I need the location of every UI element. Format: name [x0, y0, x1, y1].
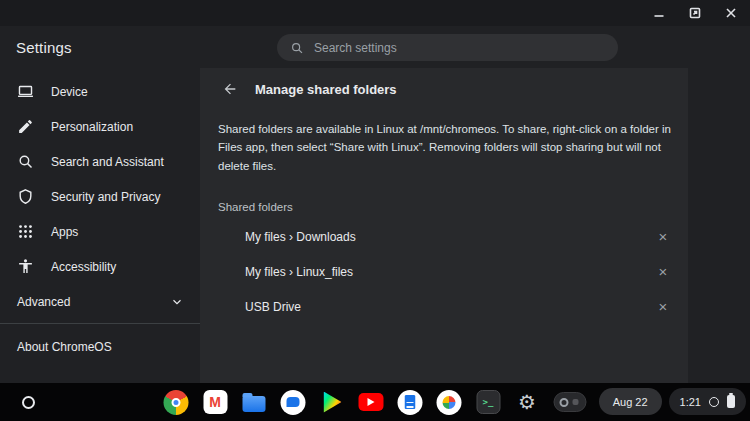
shield-icon	[17, 188, 34, 205]
search-icon	[290, 41, 304, 55]
chrome-app-button[interactable]	[163, 389, 190, 416]
sidebar-item-label: Search and Assistant	[51, 155, 164, 169]
sidebar-item-personalization[interactable]: Personalization	[0, 109, 200, 144]
status-tray[interactable]: 1:21	[669, 388, 746, 415]
youtube-app-button[interactable]	[358, 389, 385, 416]
sidebar-divider	[0, 323, 200, 324]
settings-search[interactable]	[277, 34, 618, 61]
date-pill[interactable]: Aug 22	[599, 388, 662, 415]
apps-grid-icon	[17, 223, 34, 240]
status-area: Aug 22 1:21	[599, 388, 746, 415]
play-store-icon	[323, 392, 342, 413]
restore-button[interactable]	[688, 6, 702, 20]
gmail-icon: M	[203, 390, 227, 414]
photos-app-button[interactable]	[436, 389, 463, 416]
play-store-app-button[interactable]	[319, 389, 346, 416]
chevron-down-icon	[170, 295, 184, 309]
back-button[interactable]	[220, 79, 240, 99]
sidebar-item-apps[interactable]: Apps	[0, 214, 200, 249]
remove-folder-button[interactable]: ×	[652, 261, 674, 283]
settings-gear-icon: ⚙	[518, 392, 536, 412]
terminal-app-button[interactable]: >_	[475, 389, 502, 416]
folder-row-downloads: My files › Downloads ×	[200, 219, 688, 254]
search-icon	[17, 153, 34, 170]
sidebar-item-label: Advanced	[17, 295, 70, 309]
folder-name: My files › Downloads	[245, 230, 356, 244]
folder-name: My files › Linux_files	[245, 265, 353, 279]
sidebar-item-label: Device	[51, 85, 88, 99]
close-icon: ×	[659, 299, 668, 314]
battery-icon	[727, 395, 735, 408]
shared-folder-list: My files › Downloads × My files › Linux_…	[200, 219, 688, 324]
gmail-app-button[interactable]: M	[202, 389, 229, 416]
photos-icon	[437, 390, 462, 415]
window-titlebar	[0, 0, 750, 26]
date-label: Aug 22	[613, 396, 648, 408]
sidebar-item-label: Accessibility	[51, 260, 116, 274]
screen-capture-icon	[554, 392, 587, 412]
brush-icon	[17, 118, 34, 135]
search-input[interactable]	[314, 41, 605, 55]
sidebar-item-advanced[interactable]: Advanced	[0, 284, 200, 319]
screen-capture-button[interactable]	[553, 389, 588, 416]
manage-shared-folders-panel: Manage shared folders Shared folders are…	[200, 68, 688, 383]
docs-icon	[398, 390, 423, 415]
launcher-icon	[22, 396, 35, 409]
sidebar-item-device[interactable]: Device	[0, 74, 200, 109]
minimize-button[interactable]	[652, 6, 666, 20]
sidebar-item-search-assistant[interactable]: Search and Assistant	[0, 144, 200, 179]
folder-row-usb-drive: USB Drive ×	[200, 289, 688, 324]
back-arrow-icon	[222, 81, 238, 97]
launcher-button[interactable]	[12, 386, 44, 418]
settings-app-button[interactable]: ⚙	[514, 389, 541, 416]
folder-row-linux-files: My files › Linux_files ×	[200, 254, 688, 289]
remove-folder-button[interactable]: ×	[652, 296, 674, 318]
close-icon: ×	[659, 229, 668, 244]
settings-window: Settings Device Personalization	[0, 0, 750, 421]
youtube-icon	[359, 393, 384, 411]
description-text: Shared folders are available in Linux at…	[218, 120, 672, 175]
sidebar-item-accessibility[interactable]: Accessibility	[0, 249, 200, 284]
close-icon: ×	[659, 264, 668, 279]
remove-folder-button[interactable]: ×	[652, 226, 674, 248]
time-label: 1:21	[680, 396, 701, 408]
messages-icon	[281, 390, 306, 415]
app-title: Settings	[16, 39, 72, 56]
close-button[interactable]	[724, 6, 738, 20]
shelf: M >_ ⚙	[0, 383, 750, 421]
shelf-apps: M >_ ⚙	[163, 387, 588, 417]
laptop-icon	[17, 83, 34, 100]
folder-name: USB Drive	[245, 300, 301, 314]
sidebar-item-label: About ChromeOS	[17, 340, 112, 354]
sidebar-item-label: Personalization	[51, 120, 133, 134]
notifications-icon	[709, 397, 719, 407]
files-app-button[interactable]	[241, 389, 268, 416]
sidebar-item-label: Security and Privacy	[51, 190, 160, 204]
chrome-icon	[164, 390, 189, 415]
section-label: Shared folders	[218, 201, 688, 213]
sidebar: Device Personalization Search and Assist…	[0, 68, 200, 383]
files-icon	[243, 396, 266, 412]
accessibility-icon	[17, 258, 34, 275]
sidebar-item-security-privacy[interactable]: Security and Privacy	[0, 179, 200, 214]
sidebar-item-label: Apps	[51, 225, 78, 239]
terminal-icon: >_	[476, 390, 500, 414]
messages-app-button[interactable]	[280, 389, 307, 416]
docs-app-button[interactable]	[397, 389, 424, 416]
page-title: Manage shared folders	[255, 82, 397, 97]
panel-header: Manage shared folders	[200, 68, 688, 110]
sidebar-item-about-chromeos[interactable]: About ChromeOS	[0, 332, 200, 362]
settings-header: Settings	[0, 26, 750, 68]
main-area: Manage shared folders Shared folders are…	[200, 68, 750, 383]
window-body: Device Personalization Search and Assist…	[0, 68, 750, 383]
